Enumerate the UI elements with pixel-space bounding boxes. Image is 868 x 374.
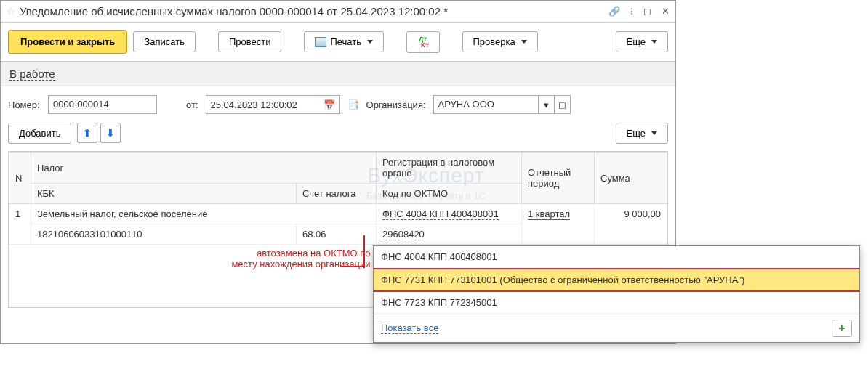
from-label: от:: [186, 99, 198, 110]
table-more-button[interactable]: Еще: [616, 123, 668, 144]
window-title: Уведомление об исчисленных суммах налого…: [20, 5, 604, 17]
col-oktmo[interactable]: Код по ОКТМО: [377, 184, 522, 204]
close-icon[interactable]: ✕: [662, 6, 670, 17]
date-input[interactable]: 25.04.2023 12:00:02 📅: [206, 95, 340, 114]
post-and-close-button[interactable]: Провести и закрыть: [8, 30, 127, 54]
dropdown-item[interactable]: ФНС 7723 КПП 772345001: [374, 292, 859, 314]
post-button[interactable]: Провести: [218, 31, 282, 52]
cell-period[interactable]: 1 квартал: [522, 204, 595, 245]
cell-n: 1: [9, 204, 31, 245]
cell-tax[interactable]: Земельный налог, сельское поселение: [31, 204, 377, 224]
col-sum[interactable]: Сумма: [595, 153, 667, 204]
more-menu-icon[interactable]: ⁝: [630, 6, 633, 17]
add-button[interactable]: Добавить: [8, 123, 71, 144]
add-new-button[interactable]: +: [832, 320, 852, 337]
printer-icon: [315, 37, 326, 47]
cell-kbk[interactable]: 18210606033101000110: [31, 224, 297, 245]
print-button[interactable]: Печать: [304, 31, 384, 52]
titlebar: ☆ Уведомление об исчисленных суммах нало…: [1, 1, 675, 23]
status-link[interactable]: В работе: [9, 68, 55, 81]
status-bar: В работе: [1, 61, 675, 86]
table-row[interactable]: 1 Земельный налог, сельское поселение ФН…: [9, 204, 667, 224]
link-icon[interactable]: 🔗: [608, 6, 620, 17]
check-button[interactable]: Проверка: [462, 31, 538, 52]
save-button[interactable]: Записать: [133, 31, 196, 52]
dropdown-item-highlighted[interactable]: ФНС 7731 КПП 773101001 (Общество с огран…: [374, 268, 859, 292]
org-dropdown-button[interactable]: ▾: [539, 95, 555, 114]
arrow-up-icon: ⬆: [83, 127, 92, 139]
form-row: Номер: 0000-000014 от: 25.04.2023 12:00:…: [1, 86, 675, 120]
col-registration[interactable]: Регистрация в налоговом органе: [377, 153, 522, 184]
col-account[interactable]: Счет налога: [297, 184, 377, 204]
cell-oktmo[interactable]: 29608420: [377, 224, 522, 245]
col-tax[interactable]: Налог: [31, 153, 377, 184]
dt-kt-button[interactable]: Дᴛ Кᴛ: [406, 31, 440, 53]
show-all-link[interactable]: Показать все: [381, 322, 438, 334]
move-up-button[interactable]: ⬆: [77, 123, 97, 143]
open-form-icon[interactable]: 📑: [347, 99, 359, 110]
org-open-button[interactable]: ◻: [555, 95, 571, 114]
more-button[interactable]: Еще: [616, 31, 668, 52]
number-label: Номер:: [8, 99, 41, 110]
registration-dropdown: ФНС 4004 КПП 400408001 ФНС 7731 КПП 7731…: [373, 245, 860, 343]
annotation: автозамена на ОКТМО по месту нахождения …: [9, 245, 377, 279]
col-n[interactable]: N: [9, 153, 31, 204]
move-down-button[interactable]: ⬇: [100, 123, 121, 143]
print-label: Печать: [330, 36, 361, 47]
favorite-star-icon[interactable]: ☆: [7, 6, 15, 17]
dropdown-item[interactable]: ФНС 4004 КПП 400408001: [374, 246, 859, 268]
callout-line: [341, 266, 364, 267]
number-input[interactable]: 0000-000014: [48, 95, 157, 114]
cell-registration[interactable]: ФНС 4004 КПП 400408001: [377, 204, 522, 224]
plus-icon: +: [838, 322, 845, 335]
window-controls-icon[interactable]: ◻: [643, 6, 651, 17]
cell-sum[interactable]: 9 000,00: [595, 204, 667, 245]
org-label: Организация:: [366, 99, 426, 110]
col-kbk[interactable]: КБК: [31, 184, 297, 204]
dtkt-icon: Дᴛ Кᴛ: [417, 36, 429, 48]
table-commands: Добавить ⬆ ⬇ Еще: [1, 120, 675, 151]
toolbar: Провести и закрыть Записать Провести Печ…: [1, 23, 675, 61]
org-input[interactable]: АРУНА ООО: [433, 95, 539, 114]
col-period[interactable]: Отчетный период: [522, 153, 595, 204]
callout-line: [363, 235, 365, 268]
calendar-icon[interactable]: 📅: [324, 99, 335, 110]
arrow-down-icon: ⬇: [106, 127, 115, 139]
